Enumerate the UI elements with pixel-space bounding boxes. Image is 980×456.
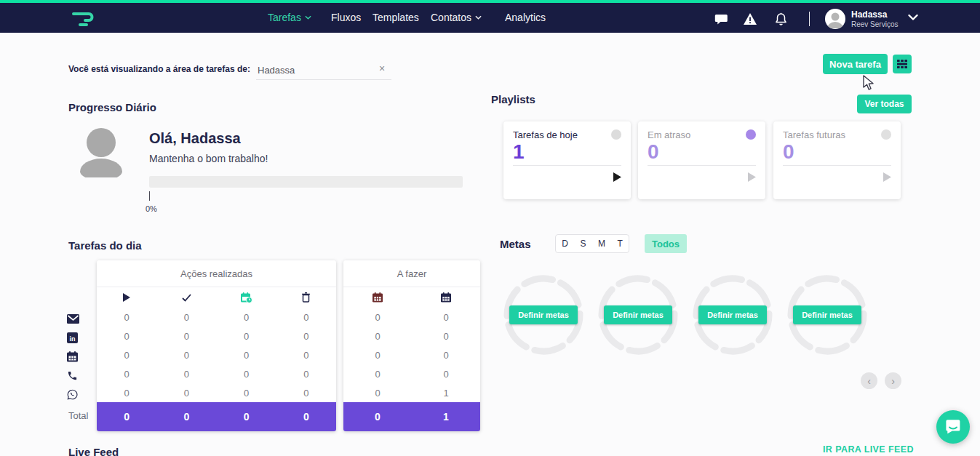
- total-cell: 1: [443, 411, 449, 423]
- total-cell: 0: [124, 411, 130, 423]
- period-option-t[interactable]: T: [615, 239, 624, 249]
- actions-done-total-row: 0000: [97, 402, 336, 431]
- progress-tick: [149, 191, 150, 201]
- nav-tab-contatos-label: Contatos: [431, 12, 471, 23]
- actions-done-column-icons: [97, 287, 336, 308]
- cell: 0: [244, 388, 249, 399]
- phone-icon: [67, 366, 79, 385]
- chevron-down-icon: [305, 15, 311, 20]
- cell: 0: [375, 331, 380, 342]
- actions-done-table: Ações realizadas 0000 0000 0000 0000 000…: [97, 260, 336, 431]
- user-menu-chevron-icon[interactable]: [908, 14, 918, 21]
- grid-icon: [897, 60, 907, 68]
- greeting-text: Olá, Hadassa: [149, 130, 241, 147]
- cell: 0: [303, 350, 308, 361]
- table-row: 00: [343, 345, 480, 364]
- period-option-todos[interactable]: Todos: [645, 234, 687, 253]
- define-goals-button[interactable]: Definir metas: [793, 305, 861, 324]
- todo-column-icons: [343, 287, 480, 308]
- user-name: Hadassa: [851, 9, 898, 20]
- alert-triangle-icon[interactable]: [742, 11, 758, 27]
- reev-logo-icon: [71, 10, 96, 28]
- user-org: Reev Serviços: [851, 20, 898, 28]
- viewing-area-label: Você está visualizando a área de tarefas…: [68, 64, 250, 74]
- playlist-card-label: Em atraso: [648, 129, 690, 140]
- todo-total-row: 01: [343, 402, 480, 431]
- calendar-clock-icon: [241, 292, 252, 303]
- calendar-icon: [67, 347, 79, 366]
- nav-tab-analytics[interactable]: Analytics: [505, 12, 546, 23]
- cell: 0: [375, 350, 380, 361]
- grid-view-button[interactable]: [893, 55, 912, 73]
- playlist-status-dot: [746, 129, 756, 140]
- navbar-divider: [809, 12, 810, 26]
- playlist-card-overdue[interactable]: Em atraso 0: [638, 121, 765, 199]
- user-avatar[interactable]: [825, 9, 845, 29]
- trash-icon: [302, 292, 310, 303]
- cell: 0: [184, 331, 189, 342]
- period-option-s[interactable]: S: [578, 239, 588, 249]
- playlist-card-today[interactable]: Tarefas de hoje 1: [503, 121, 631, 199]
- divider: [648, 165, 756, 166]
- period-option-m[interactable]: M: [596, 239, 607, 249]
- bell-icon[interactable]: [773, 11, 789, 27]
- divider: [513, 165, 621, 166]
- period-option-d[interactable]: D: [559, 239, 570, 249]
- mouse-cursor: [863, 75, 875, 91]
- play-icon[interactable]: [748, 172, 756, 182]
- chevron-down-icon: [475, 15, 482, 20]
- cell: 0: [244, 331, 249, 342]
- svg-text:in: in: [70, 335, 76, 342]
- cell: 0: [443, 369, 448, 380]
- playlist-status-dot: [611, 129, 621, 140]
- playlist-status-dot: [881, 129, 891, 140]
- calendar-icon: [441, 292, 451, 303]
- new-task-button[interactable]: Nova tarefa: [823, 54, 888, 74]
- play-icon[interactable]: [883, 172, 891, 182]
- playlist-card-label: Tarefas futuras: [783, 129, 845, 140]
- cell: 0: [443, 350, 448, 361]
- greeting-subtitle: Mantenha o bom trabalho!: [149, 153, 268, 164]
- live-feed-title: Live Feed: [68, 446, 119, 456]
- play-icon[interactable]: [613, 172, 621, 182]
- cell: 0: [184, 369, 189, 380]
- daily-progress-title: Progresso Diário: [68, 101, 156, 113]
- total-row-label: Total: [68, 410, 88, 421]
- table-row: 00: [343, 364, 480, 383]
- pagination-prev-button[interactable]: ‹: [861, 372, 877, 389]
- reev-logo[interactable]: [71, 10, 96, 28]
- cell: 0: [303, 331, 308, 342]
- chat-bubble-icon: [944, 418, 962, 436]
- chat-widget-button[interactable]: [936, 410, 970, 444]
- chat-icon[interactable]: [713, 11, 729, 27]
- cell: 0: [303, 388, 308, 399]
- table-row: 00: [343, 308, 480, 327]
- daily-progress-bar: [149, 176, 463, 188]
- go-to-live-feed-link[interactable]: IR PARA LIVE FEED: [823, 444, 914, 455]
- nav-tab-tarefas[interactable]: Tarefas: [268, 12, 311, 23]
- cell: 0: [124, 331, 130, 342]
- define-goals-button[interactable]: Definir metas: [509, 305, 578, 324]
- nav-tab-fluxos-label: Fluxos: [331, 12, 361, 23]
- viewing-user-input[interactable]: [256, 61, 391, 80]
- see-all-playlists-button[interactable]: Ver todas: [857, 95, 912, 113]
- cell: 0: [244, 350, 249, 361]
- table-row: 0000: [97, 327, 336, 345]
- cell: 1: [443, 388, 448, 399]
- cell: 0: [184, 388, 189, 399]
- define-goals-button[interactable]: Definir metas: [604, 305, 672, 324]
- playlist-card-future[interactable]: Tarefas futuras 0: [773, 121, 901, 199]
- nav-tab-contatos[interactable]: Contatos: [431, 12, 482, 23]
- check-icon: [182, 294, 191, 302]
- define-goals-button[interactable]: Definir metas: [698, 305, 767, 324]
- user-menu[interactable]: Hadassa Reev Serviços: [851, 9, 898, 28]
- nav-tab-templates[interactable]: Templates: [373, 12, 419, 23]
- pagination-next-button[interactable]: ›: [885, 372, 901, 389]
- cell: 0: [303, 369, 308, 380]
- nav-tab-fluxos[interactable]: Fluxos: [331, 12, 361, 23]
- clear-icon[interactable]: ×: [379, 63, 385, 73]
- table-row: 0000: [97, 308, 336, 327]
- whatsapp-icon: [67, 385, 79, 404]
- metas-period-selector: D S M T: [555, 234, 629, 253]
- todo-header: A fazer: [343, 260, 480, 287]
